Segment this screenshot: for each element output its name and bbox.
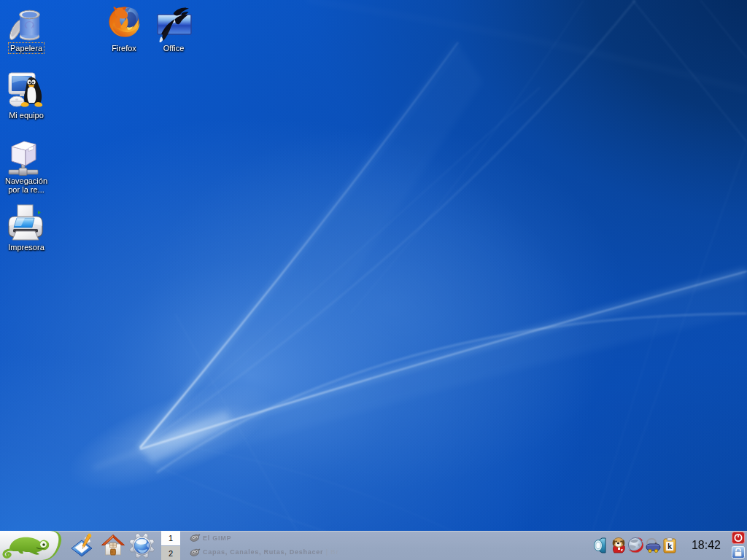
svg-text:k: k xyxy=(667,542,673,551)
